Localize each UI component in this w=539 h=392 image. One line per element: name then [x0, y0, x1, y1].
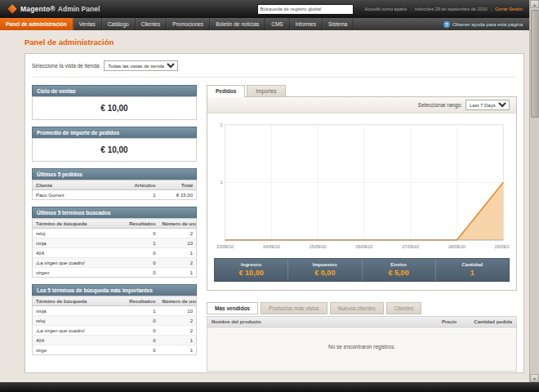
- table-cell: 2: [159, 316, 197, 326]
- empty-message: No se encontraron registros.: [207, 327, 517, 371]
- average-orders-card: Promedio de importe de pedidos € 10,00: [32, 127, 197, 162]
- top-search-terms-card: Los 5 términos de búsqueda más important…: [32, 284, 197, 355]
- total-cantidad: Cantidad1: [435, 259, 509, 281]
- table-row[interactable]: 40401: [33, 336, 197, 345]
- column-header: Cliente: [33, 180, 122, 190]
- dashboard-panel: Seleccione la vista de tienda: Todas las…: [24, 53, 524, 373]
- tab-nuevos-clientes[interactable]: Nuevos clientes: [330, 302, 384, 314]
- table-cell: 1: [159, 345, 197, 355]
- total-impuestos: Impuestos€ 0,00: [287, 259, 361, 281]
- magento-admin-screen: Magento® Admin Panel Accedió como aparte…: [0, 0, 539, 392]
- table-cell: reloj: [33, 316, 122, 326]
- page-help-link[interactable]: ? Obtener ayuda para esta página: [437, 18, 529, 30]
- brand-name: Magento®: [20, 5, 56, 13]
- total-value: 1: [436, 269, 509, 277]
- dashboard: Ciclo de ventas € 10,00 Promedio de impo…: [32, 85, 517, 372]
- nav-item-sistema[interactable]: Sistema: [323, 18, 354, 30]
- table-row[interactable]: virge01: [33, 345, 197, 355]
- current-date: miércoles 29 de septiembre de 2010: [415, 7, 488, 11]
- store-view-select[interactable]: Todas las vistas de tienda: [104, 60, 178, 71]
- svg-text:23/09/10: 23/09/10: [216, 244, 234, 249]
- svg-text:25/09/10: 25/09/10: [310, 244, 327, 249]
- nav-item-promociones[interactable]: Promociones: [167, 18, 210, 30]
- table-row[interactable]: virgen01: [33, 268, 197, 278]
- table-row[interactable]: ninja110: [33, 238, 197, 248]
- range-select[interactable]: Last 7 Days: [466, 100, 510, 110]
- table-cell: 1: [122, 238, 159, 248]
- total-label: Ingresos: [215, 262, 287, 267]
- svg-text:24/09/10: 24/09/10: [263, 244, 280, 249]
- lifetime-sales-value: € 10,00: [32, 96, 197, 120]
- total-label: Envíos: [363, 262, 435, 267]
- scrollbar-thumb[interactable]: [531, 10, 539, 118]
- nav-item-informes[interactable]: Informes: [290, 18, 323, 30]
- nav-item-boletin-de-noticias[interactable]: Boletín de noticias: [210, 18, 265, 30]
- table-cell: ninja: [33, 238, 122, 248]
- table-cell: 0: [122, 268, 159, 278]
- total-label: Impuestos: [288, 262, 361, 267]
- tab-importes[interactable]: Importes: [247, 85, 285, 96]
- column-header: Término de búsqueda: [33, 219, 122, 229]
- table-cell: 0: [122, 345, 159, 355]
- column-header: Número de usos: [159, 296, 197, 306]
- page-title: Panel de administración: [24, 38, 114, 47]
- table-row[interactable]: ¡La virgen que cuadro!02: [33, 326, 197, 336]
- svg-text:2: 2: [220, 122, 222, 127]
- table-row[interactable]: ¡La virgen que cuadro!02: [33, 258, 197, 268]
- top-header-bar: Magento® Admin Panel Accedió como aparte…: [0, 0, 529, 18]
- total-envios: Envíos€ 5,00: [362, 259, 435, 281]
- nav-item-clientes[interactable]: Clientes: [136, 18, 167, 30]
- table-cell: 0: [122, 316, 159, 326]
- global-search-input[interactable]: [257, 4, 354, 15]
- last-orders-card: Últimos 5 pedidos ClienteArtículosTotalP…: [32, 168, 197, 200]
- table-row[interactable]: Paco Gomez1€ 15,00: [33, 190, 197, 200]
- main-navbar: Panel de administraciónVentasCatálogoCli…: [0, 18, 529, 30]
- tab-pedidos[interactable]: Pedidos: [207, 85, 245, 97]
- table-cell: 0: [122, 248, 159, 258]
- lifetime-sales-card: Ciclo de ventas € 10,00: [32, 85, 197, 120]
- logout-link[interactable]: Cerrar Sesión: [495, 7, 523, 11]
- brand-suffix: Admin Panel: [58, 5, 100, 13]
- table-cell: 0: [122, 229, 159, 238]
- total-label: Cantidad: [436, 262, 509, 267]
- chart-tabs: PedidosImportes: [207, 85, 517, 96]
- table-row[interactable]: reloj02: [33, 316, 197, 326]
- table-cell: € 15,00: [159, 190, 197, 200]
- card-title: Promedio de importe de pedidos: [32, 127, 197, 138]
- table-cell: 2: [159, 326, 197, 336]
- table-row[interactable]: reloj02: [33, 229, 197, 238]
- table-cell: 2: [159, 258, 197, 268]
- range-bar: Seleccionar rango: Last 7 Days: [207, 97, 516, 114]
- table-cell: 404: [33, 248, 122, 258]
- tab-mas-vendidos[interactable]: Más vendidos: [207, 302, 258, 314]
- last-orders-table-host: ClienteArtículosTotalPaco Gomez1€ 15,00: [32, 180, 197, 200]
- table-cell: 0: [122, 336, 159, 345]
- session-info: Accedió como aparte | miércoles 29 de se…: [365, 7, 523, 11]
- products-header-row: Nombre del producto Precio Cantidad pedi…: [207, 316, 517, 327]
- scrollbar[interactable]: ▲ ▼: [529, 0, 539, 382]
- scroll-up-button[interactable]: ▲: [530, 0, 539, 8]
- table-cell: 1: [122, 306, 159, 316]
- orders-chart-panel: Seleccionar rango: Last 7 Days 1223/09/1…: [207, 96, 517, 291]
- range-label: Seleccionar rango:: [418, 102, 462, 108]
- tab-clientes[interactable]: Clientes: [386, 302, 421, 314]
- nav-item-panel-de-administracion[interactable]: Panel de administración: [0, 18, 74, 30]
- nav-item-cms[interactable]: CMS: [265, 18, 289, 30]
- table-cell: 1: [122, 190, 159, 200]
- tab-productos-mas-vistos[interactable]: Productos más vistos: [261, 302, 327, 314]
- svg-text:1: 1: [220, 180, 222, 185]
- nav-item-catalogo[interactable]: Catálogo: [102, 18, 136, 30]
- table-cell: 0: [122, 326, 159, 336]
- table-cell: virgen: [33, 268, 122, 278]
- column-header: Número de usos: [159, 219, 197, 229]
- store-switcher: Seleccione la vista de tienda: Todas las…: [32, 60, 517, 78]
- table-row[interactable]: 40401: [33, 248, 197, 258]
- total-value: € 10,00: [215, 269, 287, 277]
- nav-item-ventas[interactable]: Ventas: [74, 18, 102, 30]
- table-cell: 10: [159, 306, 197, 316]
- table-cell: ¡La virgen que cuadro!: [33, 258, 122, 268]
- brand: Magento® Admin Panel: [7, 5, 100, 13]
- table-row[interactable]: ninja110: [33, 306, 197, 316]
- column-header: Término de búsqueda: [33, 296, 122, 306]
- scroll-down-button[interactable]: ▼: [530, 374, 539, 382]
